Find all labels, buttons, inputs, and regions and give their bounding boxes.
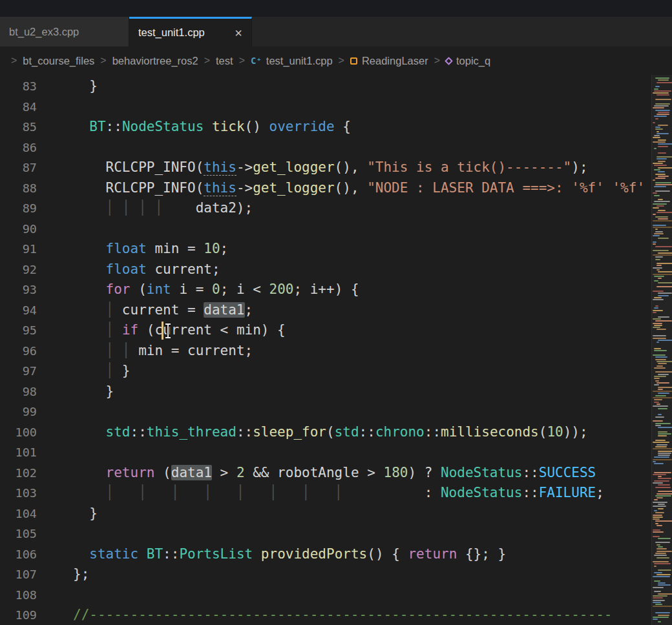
code-line-106[interactable]: 106 static BT::PortsList providedPorts()… — [0, 544, 672, 565]
breadcrumb-item-ReadingLaser[interactable]: ReadingLaser — [350, 55, 428, 67]
minimap-line — [656, 404, 660, 405]
line-number[interactable]: 84 — [0, 97, 37, 118]
minimap-line — [653, 227, 672, 228]
tab-bt_u2_ex3.cpp[interactable]: bt_u2_ex3.cpp — [0, 17, 129, 46]
minimap-line — [653, 602, 661, 603]
line-number[interactable]: 109 — [0, 605, 37, 625]
line-number[interactable]: 85 — [0, 117, 37, 138]
minimap-line — [658, 161, 666, 162]
minimap[interactable] — [651, 75, 672, 625]
minimap-line — [658, 569, 671, 571]
line-number[interactable]: 99 — [0, 402, 37, 422]
code-line-85[interactable]: 85 BT::NodeStatus tick() override { — [0, 117, 672, 138]
minimap-line — [653, 515, 662, 516]
code-text: │ │ │ │ │ │ │ │ : NodeStatus::FAILURE; — [37, 483, 604, 504]
minimap-line — [658, 491, 672, 492]
line-number[interactable]: 88 — [0, 178, 37, 199]
minimap-line — [656, 158, 667, 159]
minimap-line — [653, 312, 656, 313]
breadcrumb-item-bt_course_files[interactable]: bt_course_files — [23, 55, 94, 67]
line-number[interactable]: 100 — [0, 422, 37, 443]
line-number[interactable]: 92 — [0, 260, 37, 280]
line-number[interactable]: 101 — [0, 442, 37, 463]
code-line-89[interactable]: 89 │ │ │ │ data2); — [0, 198, 672, 219]
code-line-83[interactable]: 83 } — [0, 76, 672, 97]
code-line-108[interactable]: 108 — [0, 585, 672, 606]
code-line-98[interactable]: 98 } — [0, 382, 672, 402]
minimap-line — [653, 529, 660, 531]
minimap-line — [658, 451, 672, 452]
line-number[interactable]: 98 — [0, 382, 37, 402]
code-token: 0 — [212, 282, 220, 297]
line-number[interactable]: 106 — [0, 544, 37, 565]
minimap-line — [654, 378, 660, 379]
code-line-84[interactable]: 84 — [0, 97, 672, 118]
code-line-97[interactable]: 97 │ } — [0, 361, 672, 382]
code-line-92[interactable]: 92 float current; — [0, 260, 672, 280]
code-line-86[interactable]: 86 — [0, 138, 672, 158]
line-number[interactable]: 89 — [0, 198, 37, 219]
code-token — [73, 261, 106, 277]
minimap-line — [658, 389, 663, 390]
breadcrumb-item-test[interactable]: test — [216, 55, 233, 67]
line-number[interactable]: 107 — [0, 564, 37, 585]
line-number[interactable]: 102 — [0, 463, 37, 484]
close-icon[interactable]: × — [235, 26, 242, 39]
code-line-105[interactable]: 105 — [0, 524, 672, 544]
line-number[interactable]: 96 — [0, 341, 37, 362]
code-line-95[interactable]: 95 │ if (current < min) { — [0, 320, 672, 341]
code-line-90[interactable]: 90 — [0, 219, 672, 240]
line-number[interactable]: 86 — [0, 138, 37, 158]
minimap-line — [654, 90, 671, 92]
code-token: get_logger — [253, 180, 334, 196]
code-token — [73, 119, 89, 134]
line-number[interactable]: 95 — [0, 320, 37, 341]
code-line-87[interactable]: 87 RCLCPP_INFO(this->get_logger(), "This… — [0, 158, 672, 178]
breadcrumb-item-test_unit1.cpp[interactable]: C⁺test_unit1.cpp — [251, 55, 333, 67]
line-number[interactable]: 91 — [0, 239, 37, 260]
minimap-line — [654, 165, 667, 166]
code-token: RCLCPP_INFO( — [73, 180, 204, 196]
code-line-99[interactable]: 99 — [0, 402, 672, 422]
breadcrumb-item-behaviortree_ros2[interactable]: behaviortree_ros2 — [112, 55, 198, 67]
code-line-107[interactable]: 107}; — [0, 564, 672, 585]
minimap-line — [655, 77, 669, 79]
minimap-line — [654, 297, 662, 298]
code-line-91[interactable]: 91 float min = 10; — [0, 239, 672, 260]
code-line-101[interactable]: 101 — [0, 442, 672, 463]
minimap-line — [658, 374, 669, 375]
code-editor[interactable]: 83 }8485 BT::NodeStatus tick() override … — [0, 75, 672, 625]
minimap-line — [654, 399, 662, 400]
line-number[interactable]: 103 — [0, 483, 37, 504]
breadcrumb-item-topic_q[interactable]: topic_q — [446, 55, 490, 67]
code-lines[interactable]: 83 }8485 BT::NodeStatus tick() override … — [0, 76, 672, 625]
line-number[interactable]: 87 — [0, 158, 37, 178]
code-line-109[interactable]: 109//-----------------------------------… — [0, 605, 672, 625]
breadcrumb-label: test_unit1.cpp — [266, 55, 333, 67]
code-line-96[interactable]: 96 │ │ min = current; — [0, 341, 672, 362]
line-number[interactable]: 94 — [0, 300, 37, 321]
line-number[interactable]: 90 — [0, 219, 37, 240]
code-line-94[interactable]: 94 │ current = data1; — [0, 300, 672, 321]
line-number[interactable]: 83 — [0, 76, 37, 97]
code-line-102[interactable]: 102 return (data1 > 2 && robotAngle > 18… — [0, 463, 672, 484]
line-number[interactable]: 93 — [0, 280, 37, 300]
code-line-104[interactable]: 104 } — [0, 504, 672, 524]
minimap-line — [654, 116, 667, 117]
code-text: │ } — [37, 361, 131, 382]
minimap-line — [653, 335, 666, 336]
code-line-93[interactable]: 93 for (int i = 0; i < 200; i++) { — [0, 280, 672, 300]
line-number[interactable]: 108 — [0, 585, 37, 606]
minimap-line — [655, 495, 671, 497]
tab-test_unit1.cpp[interactable]: test_unit1.cpp× — [129, 17, 252, 46]
method-icon — [445, 57, 453, 65]
tab-bar[interactable]: bt_u2_ex3.cpptest_unit1.cpp× — [0, 17, 672, 46]
code-token — [73, 465, 106, 480]
line-number[interactable]: 97 — [0, 361, 37, 382]
code-line-88[interactable]: 88 RCLCPP_INFO(this->get_logger(), "NODE… — [0, 178, 672, 199]
line-number[interactable]: 104 — [0, 504, 37, 524]
code-line-100[interactable]: 100 std::this_thread::sleep_for(std::chr… — [0, 422, 672, 443]
code-text: } — [37, 76, 98, 97]
line-number[interactable]: 105 — [0, 524, 37, 544]
code-line-103[interactable]: 103 │ │ │ │ │ │ │ │ : NodeStatus::FAILUR… — [0, 483, 672, 504]
